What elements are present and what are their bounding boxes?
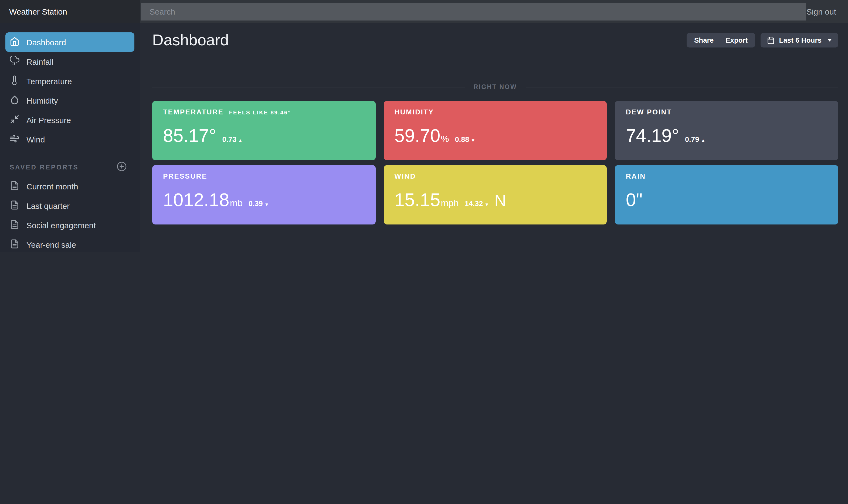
file-text-icon <box>10 180 19 192</box>
sign-out-link[interactable]: Sign out <box>807 7 836 16</box>
card-value: 59.70 <box>394 125 440 146</box>
saved-reports-heading: SAVED REPORTS <box>5 162 135 173</box>
topbar-right: Sign out <box>140 0 848 23</box>
sidebar-item-label: Humidity <box>26 96 58 105</box>
caret-down-icon <box>828 39 832 41</box>
card-unit: mb <box>230 198 243 209</box>
card-unit: ° <box>209 125 216 146</box>
sidebar-item-label: Temperature <box>26 76 72 86</box>
page-title: Dashboard <box>152 31 687 50</box>
card-label: DEW POINT <box>626 108 672 116</box>
saved-report-label: Year-end sale <box>26 240 76 249</box>
sidebar-item-rainfall[interactable]: Rainfall <box>5 52 135 71</box>
trend-down-icon: ▼ <box>265 202 269 207</box>
saved-report-year-end-sale[interactable]: Year-end sale <box>5 235 135 252</box>
wind-direction-value: N <box>494 192 506 210</box>
sidebar-item-label: Dashboard <box>26 37 66 47</box>
search-input[interactable] <box>141 2 806 20</box>
card-trend: 0.88 <box>455 136 469 144</box>
file-text-icon <box>10 200 19 211</box>
saved-report-last-quarter[interactable]: Last quarter <box>5 196 135 215</box>
card-unit: ° <box>672 125 679 146</box>
saved-reports-label: SAVED REPORTS <box>10 163 117 171</box>
trend-down-icon: ▼ <box>484 202 489 207</box>
sidebar-item-air-pressure[interactable]: Air Pressure <box>5 110 135 129</box>
date-range-button[interactable]: Last 6 Hours <box>761 33 838 48</box>
stat-card-rain: RAIN 0" <box>615 165 838 224</box>
wind-icon <box>10 133 19 145</box>
trend-up-icon: ▲ <box>238 138 243 143</box>
file-text-icon <box>10 239 19 250</box>
stat-card-temperature: TEMPERATUREFEELS LIKE 89.46° 85.17°0.73▲ <box>152 101 375 160</box>
main-content: Dashboard Share Export Last 6 Hours RIGH… <box>140 23 848 252</box>
right-now-heading: RIGHT NOW <box>473 84 517 90</box>
compress-arrows-icon <box>10 114 19 125</box>
card-unit: " <box>636 190 642 211</box>
card-trend: 0.73 <box>222 136 236 144</box>
export-button[interactable]: Export <box>725 36 747 44</box>
saved-report-label: Current month <box>26 182 78 191</box>
card-label: TEMPERATURE <box>163 108 224 116</box>
card-label: PRESSURE <box>163 172 207 180</box>
card-unit: % <box>441 134 449 145</box>
topbar: Weather Station Sign out <box>0 0 848 23</box>
card-unit: mph <box>441 198 459 209</box>
card-trend: 0.79 <box>685 136 699 144</box>
sidebar-item-dashboard[interactable]: Dashboard <box>5 32 135 52</box>
cloud-rain-icon <box>10 56 19 67</box>
card-label: HUMIDITY <box>394 108 434 116</box>
card-value: 74.19 <box>626 125 672 146</box>
sidebar-item-wind[interactable]: Wind <box>5 129 135 149</box>
card-value: 0 <box>626 190 636 211</box>
card-trend: 0.39 <box>249 200 263 208</box>
share-export-group: Share Export <box>687 33 756 48</box>
saved-reports-list: Current month Last quarter Social engage… <box>0 177 140 252</box>
saved-report-social-engagement[interactable]: Social engagement <box>5 215 135 235</box>
card-sublabel: FEELS LIKE 89.46° <box>229 109 291 115</box>
card-value: 15.15 <box>394 190 440 211</box>
saved-report-label: Last quarter <box>26 201 70 210</box>
stat-card-wind: WIND 15.15mph14.32▼N <box>384 165 607 224</box>
file-text-icon <box>10 219 19 231</box>
share-button[interactable]: Share <box>694 36 713 44</box>
sidebar-item-humidity[interactable]: Humidity <box>5 91 135 110</box>
card-label: WIND <box>394 172 416 180</box>
app-title: Weather Station <box>9 7 67 16</box>
thermometer-icon <box>10 75 19 87</box>
add-report-button[interactable] <box>117 161 127 173</box>
app-logo-area: Weather Station <box>0 0 140 23</box>
body-row: Dashboard Rainfall Temperature Humidity … <box>0 23 848 252</box>
saved-report-current-month[interactable]: Current month <box>5 177 135 196</box>
sidebar-item-label: Wind <box>26 134 45 144</box>
sidebar-item-label: Rainfall <box>26 57 53 66</box>
droplet-icon <box>10 95 19 106</box>
stat-card-pressure: PRESSURE 1012.18mb0.39▼ <box>152 165 375 224</box>
stat-card-dew-point: DEW POINT 74.19°0.79▲ <box>615 101 838 160</box>
sidebar-item-label: Air Pressure <box>26 115 71 124</box>
card-trend: 14.32 <box>465 200 483 208</box>
trend-down-icon: ▼ <box>471 138 475 143</box>
stat-cards: TEMPERATUREFEELS LIKE 89.46° 85.17°0.73▲… <box>152 101 838 224</box>
card-label: RAIN <box>626 172 646 180</box>
card-value: 85.17 <box>163 125 209 146</box>
sidebar-item-temperature[interactable]: Temperature <box>5 71 135 91</box>
calendar-icon <box>767 36 775 44</box>
date-range-label: Last 6 Hours <box>779 36 822 44</box>
sidebar: Dashboard Rainfall Temperature Humidity … <box>0 23 140 252</box>
home-icon <box>10 36 19 48</box>
right-now-divider: RIGHT NOW <box>152 84 838 90</box>
trend-up-icon: ▲ <box>701 138 706 143</box>
saved-report-label: Social engagement <box>26 220 96 230</box>
card-value: 1012.18 <box>163 190 229 211</box>
stat-card-humidity: HUMIDITY 59.70%0.88▼ <box>384 101 607 160</box>
plus-circle-icon <box>117 161 127 173</box>
page-header: Dashboard Share Export Last 6 Hours <box>152 31 838 50</box>
weather-station-app: Weather Station Sign out Dashboard Rainf… <box>0 0 848 252</box>
